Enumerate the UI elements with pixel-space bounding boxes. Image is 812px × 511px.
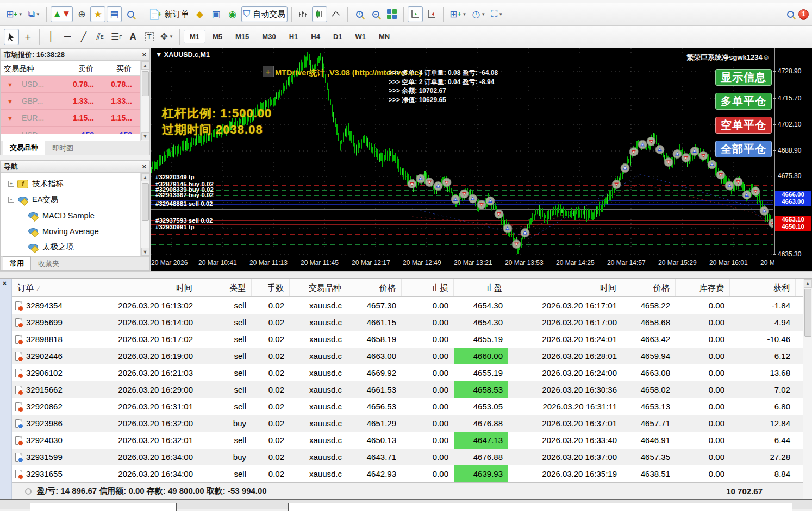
order-row-32915662[interactable]: 329156622026.03.20 16:29:00sell0.02xauus…: [12, 381, 803, 398]
collapse-icon[interactable]: -: [8, 197, 14, 203]
market-watch-tab[interactable]: 即时图: [45, 141, 80, 155]
zoom-out-button[interactable]: −: [368, 6, 383, 22]
crosshair-tool-button[interactable]: ＋: [20, 29, 35, 45]
column-symbol[interactable]: 交易品种: [1, 61, 59, 76]
price-axis[interactable]: 4728.904715.704702.104688.904675.304635.…: [774, 48, 812, 255]
timeframe-m15[interactable]: M15: [229, 30, 255, 43]
navigator-tab[interactable]: 收藏夹: [31, 257, 66, 271]
market-watch-row[interactable]: ▼USD...0.78...0.78...: [1, 76, 140, 93]
market-watch-row[interactable]: ▼EUR...1.15...1.15...: [1, 110, 140, 127]
navigator-item-太极之境[interactable]: 太极之境: [1, 239, 140, 255]
column-bid[interactable]: 卖价: [59, 61, 97, 76]
order-row-32920862[interactable]: 329208622026.03.20 16:31:01sell0.02xauus…: [12, 398, 803, 415]
scroll-thumb[interactable]: [142, 183, 149, 221]
text-tool[interactable]: A: [126, 29, 141, 45]
orders-column-7[interactable]: 止盈: [486, 283, 502, 292]
market-watch-tab[interactable]: 交易品种: [3, 141, 45, 155]
fibonacci-tool[interactable]: ☰F: [109, 29, 124, 45]
indicators-button[interactable]: ⊞+▼: [447, 6, 469, 22]
equidistant-channel-tool[interactable]: ⫽E: [92, 29, 108, 45]
navigator-item-ea交易[interactable]: -EA交易: [1, 192, 140, 207]
orders-column-10[interactable]: 库存费: [699, 283, 724, 292]
candlestick-button[interactable]: [312, 6, 327, 22]
orders-column-6[interactable]: 止损: [432, 283, 448, 292]
signals-button[interactable]: ◉: [225, 6, 240, 22]
orders-column-8[interactable]: 时间: [600, 283, 616, 292]
scroll-down-icon[interactable]: ▼: [141, 248, 149, 256]
close-icon[interactable]: ×: [142, 163, 146, 170]
market-watch-row[interactable]: ▼GBP...1.33...1.33...: [1, 93, 140, 110]
zoom-in-button[interactable]: +: [352, 6, 367, 22]
orders-column-1[interactable]: 时间: [176, 283, 192, 292]
navigator-item-moving-average[interactable]: Moving Average: [1, 223, 140, 239]
vertical-line-tool[interactable]: │: [43, 29, 59, 45]
bar-chart-button[interactable]: [296, 6, 311, 22]
time-axis[interactable]: 20 Mar 202620 Mar 10:4120 Mar 11:1320 Ma…: [151, 255, 774, 271]
market-watch-row[interactable]: ▲USD...158158: [1, 127, 140, 134]
scroll-thumb[interactable]: [142, 71, 149, 96]
navigator-button[interactable]: ★: [90, 6, 105, 22]
timeframe-mn[interactable]: MN: [373, 30, 396, 43]
trendline-tool[interactable]: ╱: [76, 29, 91, 45]
navigator-item-macd-sample[interactable]: MACD Sample: [1, 207, 140, 223]
periods-button[interactable]: ◷▼: [470, 6, 488, 22]
text-label-tool[interactable]: T: [142, 29, 157, 45]
chart-button-1[interactable]: 多单平仓: [715, 93, 772, 110]
terminal-button[interactable]: ▤: [107, 6, 122, 22]
horizontal-line-tool[interactable]: ─: [60, 29, 75, 45]
orders-column-11[interactable]: 获利: [773, 283, 790, 292]
chart-window-xauusd-m1[interactable]: #32920349 tp#32879145 buy 0.02#32908339 …: [151, 48, 812, 271]
scroll-up-icon[interactable]: ▲: [804, 279, 812, 288]
orders-column-3[interactable]: 手数: [267, 283, 284, 292]
timeframe-h4[interactable]: H4: [305, 30, 326, 43]
chart-upload-button[interactable]: ▣: [209, 6, 224, 22]
ea-plus-icon[interactable]: +: [263, 66, 274, 77]
chart-symbol-label[interactable]: ▼ XAUUSD.c,M1: [155, 51, 210, 59]
navigator-item-技术指标[interactable]: +f技术指标: [1, 176, 140, 192]
chart-button-0[interactable]: 显示信息: [715, 69, 772, 86]
data-window-button[interactable]: ⊕: [74, 6, 89, 22]
order-row-32906102[interactable]: 329061022026.03.20 16:21:03sell0.02xauus…: [12, 364, 803, 381]
orders-scrollbar[interactable]: ▲: [803, 279, 812, 499]
scroll-up-icon[interactable]: ▲: [141, 173, 149, 181]
timeframe-m30[interactable]: M30: [256, 30, 282, 43]
scroll-thumb[interactable]: [804, 289, 811, 337]
chart-button-2[interactable]: 空单平仓: [715, 117, 772, 134]
order-row-32902446[interactable]: 329024462026.03.20 16:19:00sell0.02xauus…: [12, 348, 803, 364]
scroll-up-icon[interactable]: ▲: [141, 61, 149, 70]
market-watch-scrollbar[interactable]: ▲ ▼: [140, 61, 149, 141]
orders-column-5[interactable]: 价格: [379, 283, 396, 292]
orders-column-4[interactable]: 交易品种: [309, 283, 341, 292]
timeframe-w1[interactable]: W1: [349, 30, 372, 43]
close-icon[interactable]: ×: [3, 280, 7, 287]
strategy-tester-button[interactable]: [123, 6, 138, 22]
timeframe-m5[interactable]: M5: [207, 30, 228, 43]
chart-shift-button[interactable]: [424, 6, 439, 22]
new-chart-button[interactable]: ⊞+▼: [4, 6, 25, 22]
tile-windows-button[interactable]: [384, 6, 399, 22]
arrows-tool[interactable]: ✥▼: [158, 29, 176, 45]
new-order-button[interactable]: 📄+新订单: [146, 6, 191, 22]
templates-button[interactable]: ⛶▼: [489, 6, 505, 22]
orders-column-2[interactable]: 类型: [229, 283, 246, 292]
order-row-32931599[interactable]: 329315992026.03.20 16:34:00buy0.02xauusd…: [12, 449, 803, 465]
line-chart-button[interactable]: [328, 6, 343, 22]
market-watch-button[interactable]: ▲▼: [51, 6, 73, 22]
order-row-32931655[interactable]: 329316552026.03.20 16:34:00sell0.02xauus…: [12, 465, 803, 482]
auto-scroll-button[interactable]: [408, 6, 423, 22]
timeframe-d1[interactable]: D1: [327, 30, 348, 43]
orders-column-9[interactable]: 价格: [653, 283, 670, 292]
autotrading-button[interactable]: ⛉自动交易: [241, 6, 288, 22]
timeframe-h1[interactable]: H1: [283, 30, 304, 43]
order-row-32894354[interactable]: 328943542026.03.20 16:13:02sell0.02xauus…: [12, 297, 803, 314]
navigator-tab[interactable]: 常用: [3, 256, 31, 270]
order-row-32895699[interactable]: 328956992026.03.20 16:14:00sell0.02xauus…: [12, 314, 803, 331]
cursor-tool-button[interactable]: [4, 29, 19, 45]
column-ask[interactable]: 买价: [97, 61, 135, 76]
order-row-32898818[interactable]: 328988182026.03.20 16:17:02sell0.02xauus…: [12, 331, 803, 348]
profiles-button[interactable]: ⧉▼: [26, 6, 42, 22]
orders-column-0[interactable]: 订单: [17, 283, 34, 292]
notifications-badge[interactable]: 1: [798, 9, 809, 20]
search-button[interactable]: [783, 6, 798, 22]
order-row-32923986[interactable]: 329239862026.03.20 16:32:00buy0.02xauusd…: [12, 415, 803, 432]
